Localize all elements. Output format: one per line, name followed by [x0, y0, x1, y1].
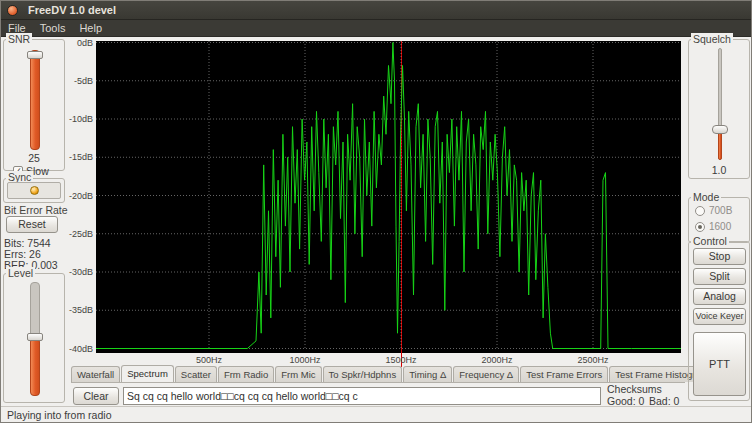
main-panel: WaterfallSpectrumScatterFrm RadioFrm Mic… — [69, 37, 687, 406]
y-axis-label: -35dB — [69, 305, 93, 315]
tab-frm-mic[interactable]: Frm Mic — [275, 366, 321, 382]
radio-icon — [695, 222, 705, 232]
mode-option-label: 700B — [709, 205, 732, 216]
snr-slider-fill — [30, 50, 40, 150]
squelch-label: Squelch — [691, 33, 733, 45]
x-axis-label: 1500Hz — [376, 355, 426, 365]
spectrum-plot[interactable] — [96, 41, 681, 353]
control-label: Control — [691, 235, 729, 247]
plot-tabbar: WaterfallSpectrumScatterFrm RadioFrm Mic… — [71, 367, 685, 383]
analog-button[interactable]: Analog — [693, 288, 746, 305]
checksums-label: Checksums — [607, 383, 662, 395]
tab-frm-radio[interactable]: Frm Radio — [218, 366, 274, 382]
ber-label: Bit Error Rate — [4, 204, 68, 216]
level-label: Level — [6, 267, 35, 279]
level-slider-thumb[interactable] — [27, 333, 43, 341]
tab-spectrum[interactable]: Spectrum — [121, 365, 174, 382]
snr-group: SNR 25 ✓ Slow — [3, 39, 65, 171]
sync-led-icon — [30, 186, 39, 195]
x-axis-label: 500Hz — [184, 355, 234, 365]
titlebar[interactable]: FreeDV 1.0 devel — [1, 1, 751, 20]
snr-value: 25 — [4, 152, 64, 164]
menu-help[interactable]: Help — [72, 20, 109, 34]
radio-icon — [695, 206, 705, 216]
window-title: FreeDV 1.0 devel — [28, 4, 116, 16]
tab-scatter[interactable]: Scatter — [175, 366, 217, 382]
voice-keyer-button[interactable]: Voice Keyer — [693, 308, 746, 325]
y-axis-label: -15dB — [69, 152, 93, 162]
y-axis-label: -40dB — [69, 344, 93, 354]
mode-label: Mode — [691, 191, 721, 203]
snr-slider-thumb[interactable] — [27, 51, 43, 59]
squelch-value: 1.0 — [689, 164, 749, 176]
snr-label: SNR — [6, 33, 32, 45]
y-axis-label: -30dB — [69, 267, 93, 277]
squelch-slider-fill — [718, 132, 722, 160]
y-axis-label: -25dB — [69, 229, 93, 239]
tab-timing[interactable]: Timing Δ — [403, 366, 452, 382]
snr-slider[interactable] — [30, 50, 40, 150]
sync-group: Sync — [3, 178, 65, 203]
status-bar: Playing into from radio — [1, 406, 751, 423]
tx-text-input[interactable] — [123, 387, 601, 405]
menu-tools[interactable]: Tools — [33, 20, 73, 34]
level-group: Level — [3, 273, 65, 403]
squelch-group: Squelch 1.0 — [688, 39, 750, 179]
split-button[interactable]: Split — [693, 268, 746, 285]
tab-frequency[interactable]: Frequency Δ — [453, 366, 519, 382]
y-axis-label: 0dB — [69, 38, 93, 48]
mode-radio-700b[interactable]: 700B — [695, 205, 732, 216]
close-icon[interactable] — [7, 5, 18, 16]
x-axis-label: 1000Hz — [280, 355, 330, 365]
control-group: Control PTT StopSplitAnalogVoice Keyer — [688, 241, 750, 401]
ptt-button[interactable]: PTT — [693, 332, 746, 396]
y-axis-label: -5dB — [69, 76, 93, 86]
tab-test-frame-errors[interactable]: Test Frame Errors — [520, 366, 608, 382]
level-slider[interactable] — [30, 282, 40, 396]
spectrum-trace — [96, 41, 681, 353]
y-axis-label: -20dB — [69, 191, 93, 201]
level-slider-fill — [30, 338, 40, 396]
squelch-slider[interactable] — [718, 48, 722, 160]
x-axis-label: 2500Hz — [568, 355, 618, 365]
stop-button[interactable]: Stop — [693, 248, 746, 265]
menubar: FileToolsHelp — [1, 20, 751, 37]
sync-led-well — [7, 182, 61, 199]
mode-radio-1600[interactable]: 1600 — [695, 221, 731, 232]
mode-option-label: 1600 — [709, 221, 731, 232]
reset-button[interactable]: Reset — [6, 216, 58, 233]
y-axis-label: -10dB — [69, 114, 93, 124]
x-axis-label: 2000Hz — [472, 355, 522, 365]
freedv-window: FreeDV 1.0 devel FileToolsHelp SNR 25 ✓ … — [0, 0, 752, 423]
clear-button[interactable]: Clear — [73, 387, 119, 405]
tab-waterfall[interactable]: Waterfall — [71, 366, 120, 382]
menu-file[interactable]: File — [1, 20, 33, 34]
tab-to-spkr-hdphns[interactable]: To Spkr/Hdphns — [323, 366, 403, 382]
squelch-slider-thumb[interactable] — [712, 125, 728, 134]
